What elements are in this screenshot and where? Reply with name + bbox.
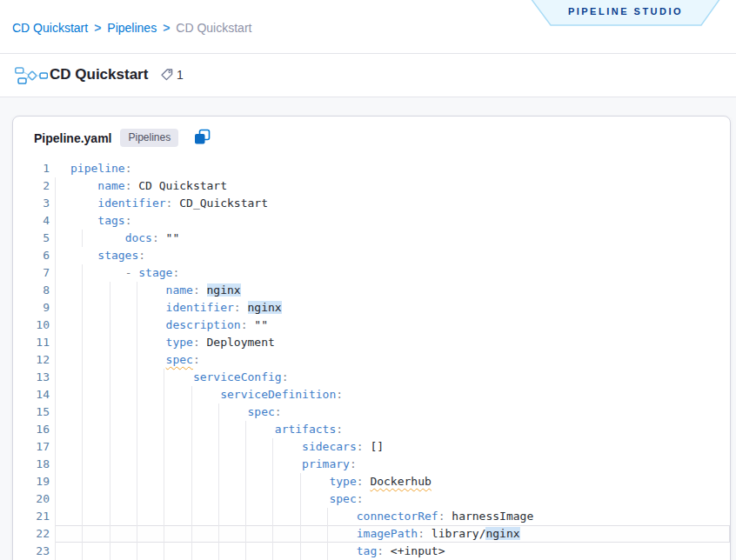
- code-line-content[interactable]: sidecars: []: [55, 438, 730, 456]
- indent-guide: [82, 264, 83, 282]
- token-v: []: [364, 440, 384, 453]
- code-line-content[interactable]: spec:: [55, 490, 730, 508]
- code-line-content[interactable]: stages:: [55, 247, 730, 264]
- copy-yaml-button[interactable]: [194, 129, 211, 149]
- indent-guide: [191, 508, 192, 525]
- indent-guide: [55, 212, 56, 230]
- top-bar: CD Quickstart > Pipelines > CD Quickstar…: [0, 0, 736, 54]
- breadcrumb-separator: >: [163, 21, 170, 35]
- token-v: "": [159, 231, 179, 244]
- code-line[interactable]: 15 spec:: [13, 403, 730, 421]
- code-line[interactable]: 21 connectorRef: harnessImage: [13, 508, 730, 525]
- token-k: connectorRef: [357, 510, 438, 523]
- indent-guide: [55, 177, 56, 195]
- code-line[interactable]: 7 - stage:: [13, 264, 730, 282]
- line-number: 22: [13, 525, 50, 543]
- code-line-content[interactable]: identifier: nginx: [55, 299, 730, 317]
- code-line[interactable]: 2 name: CD Quickstart: [13, 177, 730, 195]
- token-kw: spec: [166, 353, 193, 366]
- code-area[interactable]: 1pipeline:2 name: CD Quickstart3 identif…: [13, 160, 730, 560]
- code-line[interactable]: 16 artifacts:: [13, 421, 730, 438]
- indent-guide: [110, 369, 110, 386]
- code-line-content[interactable]: imagePath: library/nginx: [55, 525, 730, 543]
- code-line-content[interactable]: pipeline:: [55, 160, 730, 177]
- indent-guide: [191, 525, 192, 543]
- code-line[interactable]: 3 identifier: CD_Quickstart: [13, 195, 730, 212]
- code-line[interactable]: 10 description: "": [13, 317, 730, 334]
- indent-guide: [164, 369, 164, 386]
- indent-guide: [55, 508, 56, 525]
- token-v: CD Quickstart: [131, 179, 227, 192]
- code-line-content[interactable]: - stage:: [55, 264, 730, 282]
- code-line-content[interactable]: name: nginx: [55, 282, 730, 299]
- token-v: library/: [425, 527, 485, 540]
- indent-guide: [272, 473, 273, 490]
- indent-guide: [245, 525, 246, 543]
- page-title: CD Quickstart: [50, 66, 148, 83]
- line-number: 3: [13, 195, 50, 212]
- indent-guide: [245, 421, 246, 438]
- indent-guide: [55, 369, 56, 386]
- indent-guide: [82, 473, 83, 490]
- breadcrumb-pipelines-link[interactable]: Pipelines: [107, 21, 157, 35]
- tag-count: 1: [177, 68, 184, 82]
- code-text: - stage:: [55, 264, 730, 282]
- indent-guide: [218, 438, 219, 456]
- indent-guide: [245, 438, 246, 456]
- code-line-content[interactable]: type: Deployment: [55, 334, 730, 351]
- indent-guide: [218, 490, 219, 508]
- breadcrumb-project-link[interactable]: CD Quickstart: [12, 21, 88, 35]
- code-line[interactable]: 14 serviceDefinition:: [13, 386, 730, 403]
- tag-icon: [160, 68, 174, 82]
- token-p: :: [336, 423, 343, 436]
- code-line-content[interactable]: primary:: [55, 456, 730, 473]
- code-line[interactable]: 20 spec:: [13, 490, 730, 508]
- code-line-content[interactable]: docs: "": [55, 230, 730, 247]
- line-number: 4: [13, 212, 50, 230]
- code-line[interactable]: 19 type: Dockerhub: [13, 473, 730, 490]
- indent-guide: [164, 473, 164, 490]
- code-line[interactable]: 9 identifier: nginx: [13, 299, 730, 317]
- code-line-content[interactable]: serviceConfig:: [55, 369, 730, 386]
- code-line-content[interactable]: description: "": [55, 317, 730, 334]
- token-k: description: [166, 318, 241, 331]
- pipeline-studio-tab[interactable]: PIPELINE STUDIO: [531, 0, 720, 26]
- code-line[interactable]: 6 stages:: [13, 247, 730, 264]
- code-line[interactable]: 17 sidecars: []: [13, 438, 730, 456]
- line-number: 9: [13, 299, 50, 317]
- code-line-content[interactable]: spec:: [55, 351, 730, 369]
- indent-guide: [300, 508, 301, 525]
- code-line[interactable]: 12 spec:: [13, 351, 730, 369]
- code-line-content[interactable]: tags:: [55, 212, 730, 230]
- token-v: [200, 283, 207, 297]
- line-number: 20: [13, 490, 50, 508]
- code-line[interactable]: 22 imagePath: library/nginx: [13, 525, 730, 543]
- code-line-content[interactable]: serviceDefinition:: [55, 386, 730, 403]
- code-line-content[interactable]: connectorRef: harnessImage: [55, 508, 730, 525]
- code-text: serviceDefinition:: [55, 386, 730, 403]
- indent-guide: [55, 490, 56, 508]
- code-line[interactable]: 11 type: Deployment: [13, 334, 730, 351]
- code-line[interactable]: 18 primary:: [13, 456, 730, 473]
- indent-guide: [110, 421, 110, 438]
- code-line[interactable]: 13 serviceConfig:: [13, 369, 730, 386]
- token-k: stages: [97, 249, 138, 262]
- indent-guide: [110, 386, 110, 403]
- token-k: name: [97, 179, 124, 192]
- code-line-content[interactable]: name: CD Quickstart: [55, 177, 730, 195]
- code-line[interactable]: 8 name: nginx: [13, 282, 730, 299]
- code-line[interactable]: 1pipeline:: [13, 160, 730, 177]
- indent-guide: [218, 508, 219, 525]
- code-line-content[interactable]: artifacts:: [55, 421, 730, 438]
- indent-guide: [82, 351, 83, 369]
- code-line[interactable]: 5 docs: "": [13, 230, 730, 247]
- token-p: :: [241, 318, 248, 331]
- code-line[interactable]: 4 tags:: [13, 212, 730, 230]
- code-text: name: CD Quickstart: [55, 177, 730, 195]
- code-line-content[interactable]: spec:: [55, 403, 730, 421]
- indent-guide: [110, 473, 110, 490]
- code-line-content[interactable]: type: Dockerhub: [55, 473, 730, 490]
- code-line[interactable]: 23 tag: <+input>: [13, 543, 730, 560]
- code-line-content[interactable]: tag: <+input>: [55, 543, 730, 560]
- code-line-content[interactable]: identifier: CD_Quickstart: [55, 195, 730, 212]
